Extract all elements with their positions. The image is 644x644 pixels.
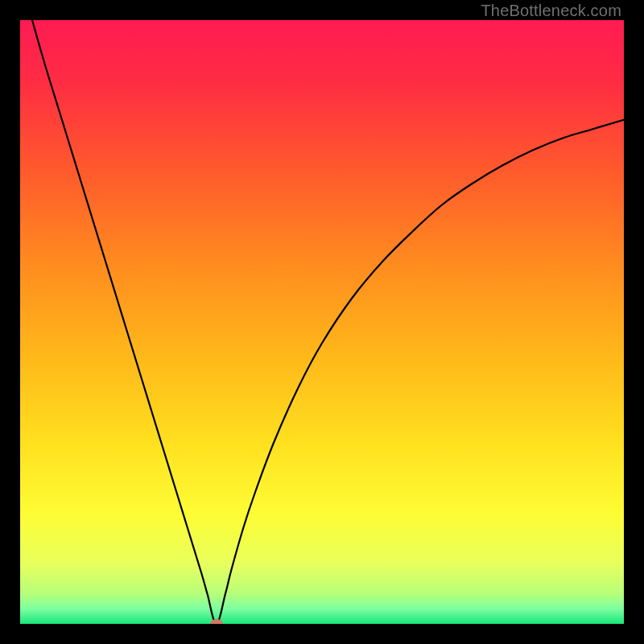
chart-frame: TheBottleneck.com bbox=[0, 0, 644, 644]
optimal-point-marker bbox=[210, 619, 223, 624]
bottleneck-curve bbox=[20, 20, 624, 624]
watermark-text: TheBottleneck.com bbox=[481, 2, 621, 20]
plot-area bbox=[20, 20, 624, 624]
